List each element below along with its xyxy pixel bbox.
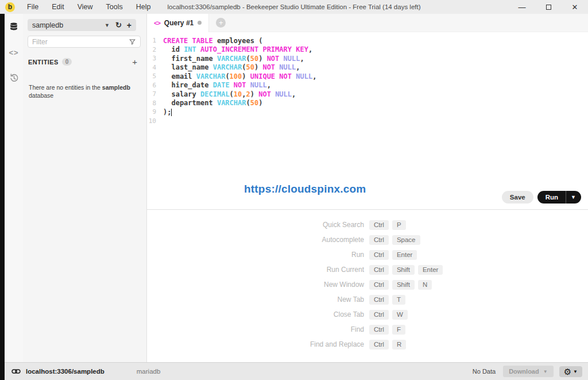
gear-icon: ⚙ [564,367,571,376]
shortcut-label: Autocomplete [147,236,364,244]
code-line[interactable]: 3 first_name VARCHAR(50) NOT NULL, [147,54,588,63]
empty-message-suffix: database [29,92,53,99]
code-line[interactable]: 5 email VARCHAR(100) UNIQUE NOT NULL, [147,72,588,81]
entities-sidebar: sampledb ▼ ↻ + ENTITIES 0 + There are no… [23,14,147,362]
code-text: CREATE TABLE employees ( [163,37,262,45]
text-cursor [171,109,172,116]
statusbar-right: No Data Download ▼ ⚙ ▼ [473,366,582,377]
code-brackets-icon: <> [9,48,18,57]
shortcut-row: Close TabCtrlW [147,307,588,322]
shortcut-label: New Tab [147,295,364,304]
download-caret-icon: ▼ [543,369,548,374]
shortcut-row: RunCtrlEnter [147,247,588,262]
database-select[interactable]: sampledb ▼ ↻ + [28,19,136,31]
maximize-button[interactable] [542,3,555,11]
download-button[interactable]: Download ▼ [503,366,553,377]
keycap: Ctrl [369,325,389,335]
code-line[interactable]: 10 [147,117,588,126]
shortcut-label: Run [147,251,364,259]
menu-edit[interactable]: Edit [52,3,64,11]
titlebar: b File Edit View Tools Help localhost:33… [0,0,588,14]
download-label: Download [509,368,539,375]
shortcut-keys: CtrlShiftEnter [369,265,443,275]
tabbar: <> Query #1 + [147,14,588,32]
code-text: email VARCHAR(100) UNIQUE NOT NULL, [163,72,316,80]
code-line[interactable]: 4 last_name VARCHAR(50) NOT NULL, [147,63,588,72]
window-title: localhost:3306/sampledb - Beekeeper Stud… [167,3,420,10]
entities-header: ENTITIES 0 + [23,57,146,66]
menu-help[interactable]: Help [136,3,151,11]
shortcut-keys: CtrlF [369,325,405,335]
code-text: salary DECIMAL(10,2) NOT NULL, [163,90,296,98]
history-panel-icon[interactable] [7,71,20,84]
keycap: Ctrl [369,265,389,275]
shortcuts-panel: Quick SearchCtrlPAutocompleteCtrlSpaceRu… [147,210,588,362]
minimize-button[interactable]: — [516,3,528,11]
menu-file[interactable]: File [27,3,38,11]
shortcut-label: Close Tab [147,310,364,318]
line-number: 4 [147,64,163,71]
tables-panel-icon[interactable] [7,21,20,33]
menu-tools[interactable]: Tools [106,3,123,11]
code-lines: 1CREATE TABLE employees (2 id INT AUTO_I… [147,36,588,125]
code-line[interactable]: 1CREATE TABLE employees ( [147,36,588,45]
shortcut-label: Find and Replace [147,340,364,348]
new-tab-button[interactable]: + [216,18,226,28]
maximize-icon [546,5,551,10]
app-window: b File Edit View Tools Help localhost:33… [0,0,588,380]
shortcut-row: Run CurrentCtrlShiftEnter [147,262,588,277]
shortcut-row: New TabCtrlT [147,292,588,307]
menubar: File Edit View Tools Help [27,3,150,11]
keycap: Ctrl [369,250,389,260]
code-line[interactable]: 2 id INT AUTO_INCREMENT PRIMARY KEY, [147,45,588,55]
line-number: 10 [147,117,163,125]
menu-view[interactable]: View [78,3,93,11]
close-button[interactable]: ✕ [568,3,581,11]
queries-panel-icon[interactable]: <> [7,46,20,59]
run-options-caret-icon[interactable]: ▼ [566,191,581,203]
database-select-value: sampledb [32,21,63,29]
shortcut-keys: CtrlR [369,340,406,350]
keycap: Shift [392,265,415,275]
shortcut-keys: CtrlEnter [369,250,417,260]
keycap: Ctrl [369,280,389,290]
keycap: Shift [392,280,415,290]
line-number: 9 [147,108,163,116]
filter-funnel-icon[interactable] [129,38,136,45]
keycap: Enter [392,250,417,260]
add-entity-button[interactable]: + [132,57,137,66]
keycap: F [392,325,405,335]
add-database-icon[interactable]: + [127,21,131,30]
code-text: last_name VARCHAR(50) NOT NULL, [163,63,300,71]
settings-button[interactable]: ⚙ ▼ [559,366,582,377]
refresh-icon[interactable]: ↻ [115,21,122,29]
watermark-link: https://cloudspinx.com [244,183,366,195]
line-number: 3 [147,55,163,62]
code-text: hire_date DATE NOT NULL, [163,81,271,89]
sidebar-icon-rail: <> [5,14,23,362]
chevron-down-icon: ▼ [105,22,110,28]
run-button[interactable]: Run [537,191,566,204]
save-button[interactable]: Save [502,191,533,204]
line-number: 5 [147,72,163,80]
line-number: 6 [147,82,163,89]
code-line[interactable]: 9); [147,108,588,117]
keycap: P [392,220,406,230]
shortcut-row: New WindowCtrlShiftN [147,277,588,292]
code-line[interactable]: 8 department VARCHAR(50) [147,99,588,108]
sql-editor[interactable]: 1CREATE TABLE employees (2 id INT AUTO_I… [147,32,588,125]
keycap: N [418,280,432,290]
unsaved-indicator-dot [198,21,202,25]
entity-filter-input[interactable] [32,38,129,46]
shortcut-label: Quick Search [147,221,364,229]
keycap: Enter [418,265,443,275]
tab-query-1[interactable]: <> Query #1 [147,14,209,32]
code-text: first_name VARCHAR(50) NOT NULL, [163,55,304,63]
code-line[interactable]: 7 salary DECIMAL(10,2) NOT NULL, [147,90,588,99]
entities-count-badge: 0 [62,58,72,66]
settings-caret-icon: ▼ [573,369,578,374]
code-line[interactable]: 6 hire_date DATE NOT NULL, [147,81,588,90]
entities-title: ENTITIES [28,59,59,66]
statusbar: localhost:3306/sampledb mariadb No Data … [0,362,588,380]
shortcut-row: AutocompleteCtrlSpace [147,232,588,247]
